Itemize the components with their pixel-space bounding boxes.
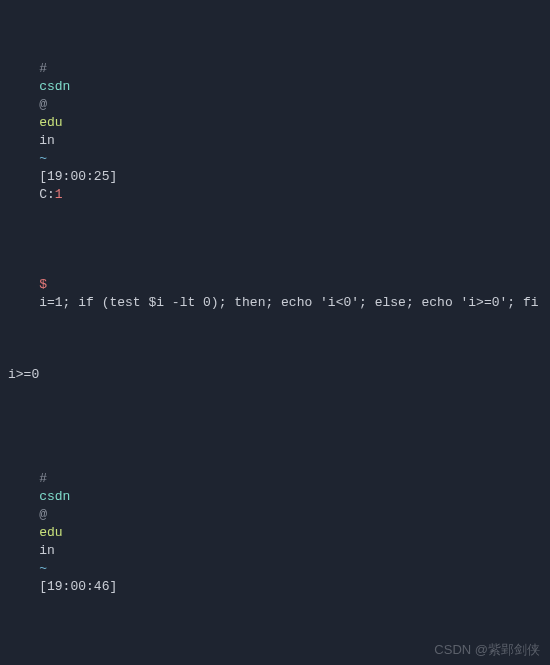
prompt-in: in bbox=[39, 543, 55, 558]
prompt-host: edu bbox=[39, 115, 62, 130]
prompt-in: in bbox=[39, 133, 55, 148]
prompt-time: [19:00:46] bbox=[39, 579, 117, 594]
prompt-at: @ bbox=[39, 507, 47, 522]
prompt-path: ~ bbox=[39, 151, 47, 166]
prompt-errlabel: C: bbox=[39, 187, 55, 202]
prompt-dollar: $ bbox=[39, 277, 47, 292]
output-text: i>=0 bbox=[8, 366, 542, 384]
prompt-hash: # bbox=[39, 61, 47, 76]
terminal-block: # csdn @ edu in ~ [19:00:25] C:1 $ i=1; … bbox=[8, 6, 542, 402]
command-text: i=1; if (test $i -lt 0); then; echo 'i<0… bbox=[39, 295, 538, 310]
prompt-at: @ bbox=[39, 97, 47, 112]
prompt-time: [19:00:25] bbox=[39, 169, 117, 184]
prompt-user: csdn bbox=[39, 489, 70, 504]
prompt-hash: # bbox=[39, 471, 47, 486]
command-line[interactable]: $ i=1; if (test $i -lt 0); then; echo 'i… bbox=[8, 258, 542, 330]
terminal-block: # csdn @ edu in ~ [19:00:46] $ i=1;while… bbox=[8, 416, 542, 665]
prompt-line: # csdn @ edu in ~ [19:00:46] bbox=[8, 452, 542, 614]
prompt-errcode: 1 bbox=[55, 187, 63, 202]
prompt-user: csdn bbox=[39, 79, 70, 94]
prompt-path: ~ bbox=[39, 561, 47, 576]
prompt-line: # csdn @ edu in ~ [19:00:25] C:1 bbox=[8, 42, 542, 222]
prompt-host: edu bbox=[39, 525, 62, 540]
watermark-text: CSDN @紫郢剑侠 bbox=[434, 641, 540, 659]
